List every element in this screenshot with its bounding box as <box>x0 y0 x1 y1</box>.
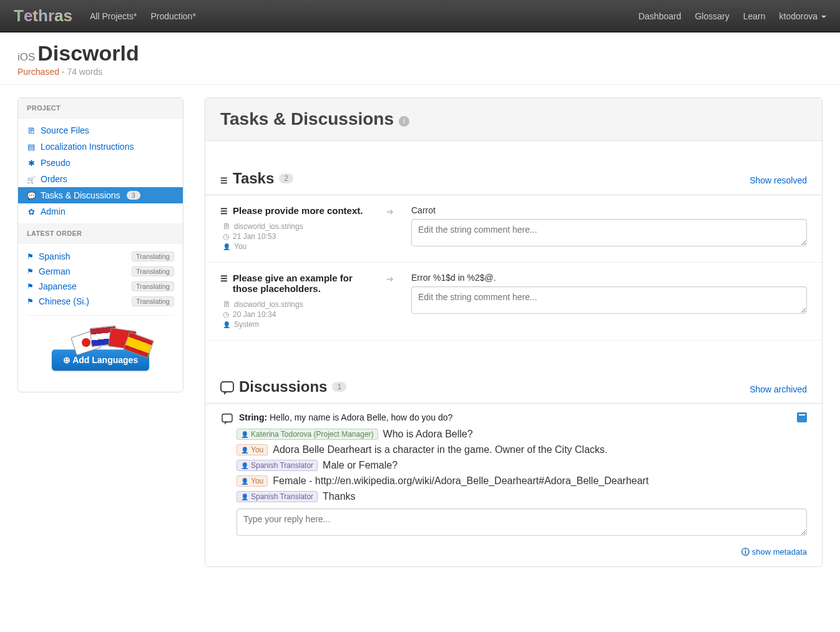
brand-logo[interactable]: Tethras <box>14 6 72 26</box>
page-header: iOS Discworld Purchased - 74 words <box>0 32 840 85</box>
file-icon <box>223 300 230 309</box>
project-wordcount: 74 words <box>67 67 102 77</box>
speech-icon <box>222 414 233 422</box>
discussion-message: Katerina Todorova (Project Manager)Who i… <box>237 429 807 440</box>
sidebar-item-label: Admin <box>41 207 66 216</box>
task-comment-input[interactable] <box>411 219 807 246</box>
sidebar-item-source-files[interactable]: Source Files <box>18 122 183 139</box>
panel-title: Tasks & Discussions <box>220 109 394 129</box>
nav-learn[interactable]: Learn <box>743 11 766 21</box>
message-text: Thanks <box>323 491 355 502</box>
message-text: Female - http://en.wikipedia.org/wiki/Ad… <box>273 475 648 487</box>
project-sep: - <box>59 67 67 77</box>
author-chip-you: You <box>237 475 268 487</box>
list-icon <box>220 273 228 294</box>
show-metadata-link[interactable]: show metadata <box>741 547 807 557</box>
nav-user-menu[interactable]: ktodorova <box>779 11 826 21</box>
sidebar-item-orders[interactable]: Orders <box>18 171 183 187</box>
user-icon <box>223 243 230 250</box>
sidebar-item-pseudo[interactable]: Pseudo <box>18 155 183 171</box>
sidebar-head-project: PROJECT <box>18 98 183 119</box>
lang-row-japanese[interactable]: JapaneseTranslating <box>27 279 174 294</box>
nav-dashboard[interactable]: Dashboard <box>638 11 681 21</box>
message-text: Male or Female? <box>323 460 398 471</box>
task-row: Please provide more context. discworld_i… <box>205 195 822 263</box>
nav-production[interactable]: Production* <box>150 11 195 21</box>
clock-icon <box>223 310 229 319</box>
panel-head: Tasks & Discussions i <box>205 98 822 141</box>
arrow-icon: ➔ <box>386 205 399 251</box>
discussions-section-bar: Discussions 1 Show archived <box>205 341 822 404</box>
lang-row-spanish[interactable]: SpanishTranslating <box>27 249 174 264</box>
discussion-reply-input[interactable] <box>237 508 807 536</box>
show-resolved-link[interactable]: Show resolved <box>750 175 807 185</box>
sidebar-item-label: Localization Instructions <box>41 142 134 152</box>
clock-icon <box>223 232 229 241</box>
task-title-text: Please give an example for those placeho… <box>233 273 374 294</box>
lang-status: Translating <box>132 266 174 276</box>
gear-icon <box>27 207 36 216</box>
show-archived-link[interactable]: Show archived <box>750 384 807 394</box>
task-author: System <box>234 320 259 329</box>
project-title: Discworld <box>37 41 139 65</box>
lang-row-german[interactable]: GermanTranslating <box>27 264 174 279</box>
discussion-message: Spanish TranslatorThanks <box>237 491 807 502</box>
task-time: 20 Jan 10:34 <box>233 310 276 319</box>
sidebar: PROJECT Source Files Localization Instru… <box>17 97 183 392</box>
message-text: Adora Belle Dearheart is a character in … <box>273 444 607 455</box>
discussion-item: String: Hello, my name is Adora Belle, h… <box>205 404 822 543</box>
list-icon <box>220 170 228 187</box>
discussion-message: Spanish TranslatorMale or Female? <box>237 460 807 471</box>
lang-row-chinese[interactable]: Chinese (Si.)Translating <box>27 294 174 309</box>
task-title-text: Please provide more context. <box>233 205 363 216</box>
flag-icon <box>27 297 34 306</box>
lang-status: Translating <box>132 296 174 306</box>
nav-glossary[interactable]: Glossary <box>695 11 729 21</box>
sidebar-item-label: Pseudo <box>41 158 70 168</box>
task-author: You <box>234 242 247 251</box>
author-chip-pm: Katerina Todorova (Project Manager) <box>237 429 378 440</box>
asterisk-icon <box>27 158 36 168</box>
lang-name: Japanese <box>39 281 132 291</box>
lang-name: Chinese (Si.) <box>39 296 132 306</box>
tasks-count: 2 <box>279 173 293 183</box>
lang-name: German <box>39 266 132 276</box>
add-languages-label: Add Languages <box>72 355 138 365</box>
sidebar-item-tasks-discussions[interactable]: Tasks & Discussions3 <box>18 187 183 203</box>
file-icon <box>223 222 230 231</box>
lang-name: Spanish <box>39 251 132 261</box>
project-status: Purchased <box>17 67 59 77</box>
sidebar-item-label: Source Files <box>41 125 89 135</box>
info-icon[interactable]: i <box>399 116 409 127</box>
task-file: discworld_ios.strings <box>234 222 303 231</box>
user-icon <box>223 321 230 328</box>
task-comment-input[interactable] <box>411 286 807 314</box>
author-chip-translator: Spanish Translator <box>237 491 318 502</box>
sidebar-item-label: Tasks & Discussions <box>41 190 120 200</box>
top-navbar: Tethras All Projects* Production* Dashbo… <box>0 0 840 32</box>
tasks-title: Tasks <box>233 170 274 187</box>
arrow-icon: ➔ <box>386 273 399 329</box>
discussions-count: 1 <box>332 382 346 392</box>
tasks-section-bar: Tasks 2 Show resolved <box>205 141 822 195</box>
flag-icon <box>27 267 34 276</box>
chat-icon <box>27 191 36 200</box>
sidebar-item-localization-instructions[interactable]: Localization Instructions <box>18 139 183 155</box>
sidebar-latest-list: SpanishTranslating GermanTranslating Jap… <box>18 244 183 392</box>
discussion-message: YouFemale - http://en.wikipedia.org/wiki… <box>237 475 807 487</box>
sidebar-item-admin[interactable]: Admin <box>18 203 183 220</box>
task-time: 21 Jan 10:53 <box>233 232 276 241</box>
author-chip-you: You <box>237 444 268 455</box>
nav-all-projects[interactable]: All Projects* <box>90 11 137 21</box>
lang-status: Translating <box>132 281 174 291</box>
author-chip-translator: Spanish Translator <box>237 460 318 471</box>
message-text: Who is Adora Belle? <box>383 429 473 440</box>
archive-icon[interactable] <box>797 412 807 422</box>
flags-illustration <box>33 324 168 353</box>
sidebar-item-badge: 3 <box>127 191 140 200</box>
task-source-string: Carrot <box>411 205 807 215</box>
sidebar-head-latest-order: LATEST ORDER <box>18 223 183 244</box>
discussion-messages: Katerina Todorova (Project Manager)Who i… <box>220 429 807 502</box>
flag-icon <box>27 252 34 261</box>
task-source-string: Error %1$d in %2$@. <box>411 273 807 283</box>
